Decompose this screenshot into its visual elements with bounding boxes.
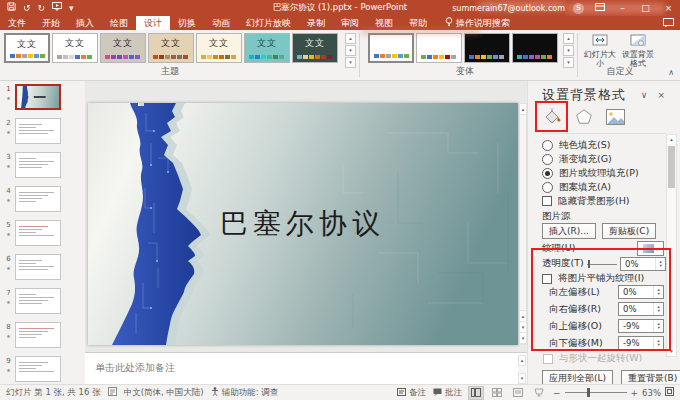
scroll-down-icon[interactable]: ▾ <box>667 347 676 356</box>
spinner-arrows[interactable]: ▴▾ <box>653 303 663 315</box>
slide-scrollbar[interactable]: ▴ ▴ ▾ ▾ <box>519 103 527 345</box>
pane-scrollbar[interactable]: ▴ ▾ <box>666 134 677 357</box>
scrollbar-thumb[interactable] <box>668 146 675 188</box>
redo-icon[interactable]: ↻ <box>38 0 46 16</box>
save-icon[interactable] <box>7 0 16 16</box>
tab-切换[interactable]: 切换 <box>170 16 204 30</box>
theme-thumbnail[interactable]: 文文 <box>52 33 98 63</box>
spinner-arrows[interactable]: ▴▾ <box>655 258 665 270</box>
tab-设计[interactable]: 设计 <box>136 16 170 30</box>
reading-view-button[interactable] <box>511 387 525 399</box>
scroll-up-icon[interactable]: ▴ <box>520 104 526 115</box>
variant-thumbnail[interactable] <box>464 33 510 63</box>
slide-thumbnail[interactable] <box>15 84 61 110</box>
zoom-slider-thumb[interactable] <box>587 388 590 397</box>
notes-toggle[interactable]: 备注 <box>397 387 426 399</box>
transparency-value-box[interactable]: 0%▴▾ <box>620 257 666 271</box>
radio-control[interactable] <box>542 154 553 165</box>
spinner-arrows[interactable]: ▴▾ <box>653 286 663 298</box>
notes-placeholder[interactable]: 单击此处添加备注 <box>85 353 527 375</box>
tell-me-search[interactable]: 操作说明搜索 <box>435 16 510 30</box>
tab-动画[interactable]: 动画 <box>204 16 238 30</box>
close-pane-icon[interactable]: × <box>657 90 666 100</box>
scroll-down-icon[interactable]: ▾ <box>563 45 574 56</box>
tab-视图[interactable]: 视图 <box>367 16 401 30</box>
format-background-button[interactable]: 设置背景格式 <box>620 32 656 68</box>
ribbon-display-options-icon[interactable] <box>592 0 607 16</box>
tile-checkbox[interactable] <box>542 274 552 284</box>
apply-to-all-button[interactable]: 应用到全部(L) <box>542 370 613 385</box>
transparency-slider[interactable] <box>587 259 617 269</box>
slide-thumbnail[interactable] <box>15 186 61 212</box>
theme-thumbnail[interactable]: 文文 <box>148 33 194 63</box>
slideshow-view-button[interactable] <box>532 387 546 399</box>
spell-check-icon[interactable] <box>108 387 117 398</box>
theme-thumbnail[interactable]: 文文 <box>244 33 290 63</box>
scroll-up-icon[interactable]: ▴ <box>667 135 676 144</box>
notes-pane[interactable]: 单击此处添加备注 ▴ ▾ <box>85 352 527 386</box>
account-email[interactable]: summerain67@outlook.com <box>452 4 565 13</box>
collapse-ribbon-icon[interactable]: ∧ <box>668 68 674 77</box>
scroll-down-icon[interactable]: ▾ <box>345 45 356 56</box>
offset-value-box[interactable]: 0%▴▾ <box>618 302 664 316</box>
comments-toggle[interactable]: 批注 <box>433 387 462 399</box>
slide-title-text[interactable]: 巴塞尔协议 <box>220 205 385 243</box>
tab-开始[interactable]: 开始 <box>34 16 68 30</box>
offset-value-box[interactable]: -9%▴▾ <box>618 319 664 333</box>
customize-toolbar-icon[interactable]: ▾ <box>69 0 74 16</box>
texture-dropdown[interactable]: ▾ <box>637 241 664 256</box>
theme-thumbnail[interactable]: 文文 <box>100 33 146 63</box>
offset-value-box[interactable]: 0%▴▾ <box>618 285 664 299</box>
checkbox-control[interactable] <box>542 196 552 206</box>
fill-bucket-icon[interactable] <box>542 108 562 128</box>
fill-option[interactable]: 图案填充(A) <box>542 180 666 194</box>
offset-value-box[interactable]: -9%▴▾ <box>618 336 664 350</box>
maximize-button[interactable]: □ <box>638 0 653 16</box>
tab-帮助[interactable]: 帮助 <box>401 16 435 30</box>
gallery-more-icon[interactable]: ▾ <box>563 57 574 68</box>
spinner-arrows[interactable]: ▴▾ <box>653 320 663 332</box>
scroll-up-icon[interactable]: ▴ <box>563 33 574 44</box>
zoom-in-icon[interactable]: + <box>631 388 639 398</box>
fill-option[interactable]: 隐藏背景图形(H) <box>542 194 666 208</box>
scroll-down-icon[interactable]: ▾ <box>518 373 526 384</box>
tab-录制[interactable]: 录制 <box>299 16 333 30</box>
language-indicator[interactable]: 中文(简体, 中国大陆) <box>124 387 204 399</box>
notes-scrollbar[interactable]: ▴ ▾ <box>518 355 526 384</box>
insert-picture-button[interactable]: 插入(R)... <box>542 223 596 239</box>
radio-control[interactable] <box>542 168 553 179</box>
chevron-down-icon[interactable]: ∨ <box>641 90 649 100</box>
clipboard-button[interactable]: 剪贴板(C) <box>602 223 656 239</box>
zoom-out-icon[interactable]: − <box>553 388 561 398</box>
slide-thumbnail[interactable] <box>15 220 61 246</box>
start-slideshow-icon[interactable] <box>52 0 62 16</box>
reset-background-button[interactable]: 重置背景(B) <box>621 370 680 385</box>
scroll-up-icon[interactable]: ▴ <box>518 355 526 366</box>
radio-control[interactable] <box>542 182 553 193</box>
radio-control[interactable] <box>542 140 553 151</box>
tab-幻灯片放映[interactable]: 幻灯片放映 <box>238 16 299 30</box>
tab-文件[interactable]: 文件 <box>0 16 34 30</box>
fill-option[interactable]: 渐变填充(G) <box>542 152 666 166</box>
gallery-more-icon[interactable]: ▾ <box>345 57 356 68</box>
slide-thumbnail[interactable] <box>15 254 61 280</box>
variant-thumbnail[interactable] <box>368 33 414 63</box>
tab-审阅[interactable]: 审阅 <box>333 16 367 30</box>
previous-slide-icon[interactable]: ▴ <box>520 310 526 322</box>
slide-canvas[interactable]: 巴塞尔协议 <box>88 103 518 345</box>
slide-thumbnail[interactable] <box>15 118 61 144</box>
tab-插入[interactable]: 插入 <box>68 16 102 30</box>
scroll-down-icon[interactable]: ▾ <box>520 333 526 344</box>
comments-icon[interactable] <box>663 18 674 30</box>
slide-thumbnail[interactable] <box>15 322 61 348</box>
fill-option[interactable]: 图片或纹理填充(P) <box>542 166 666 180</box>
zoom-slider[interactable] <box>565 388 627 397</box>
picture-icon[interactable] <box>606 109 625 127</box>
variant-thumbnail[interactable] <box>512 33 558 63</box>
next-slide-icon[interactable]: ▾ <box>520 322 526 333</box>
theme-thumbnail[interactable]: 文文 <box>292 33 338 63</box>
accessibility-status[interactable]: 辅助功能: 调查 <box>211 387 279 399</box>
fill-option[interactable]: 纯色填充(S) <box>542 138 666 152</box>
slide-thumbnail[interactable] <box>15 152 61 178</box>
slide-thumbnail[interactable] <box>15 356 61 382</box>
